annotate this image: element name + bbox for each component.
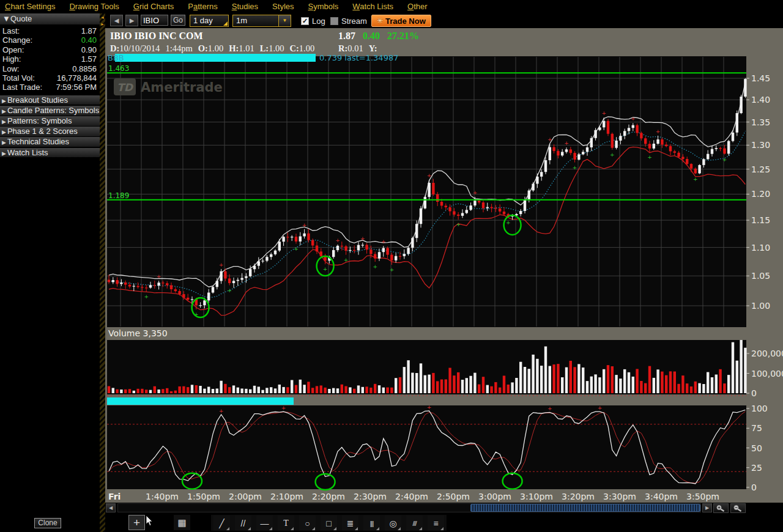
svg-text:+: + (547, 405, 552, 412)
svg-text:200,000: 200,000 (751, 349, 783, 358)
ellipse-tool-button[interactable]: ○ (299, 515, 316, 531)
chevron-down-icon[interactable]: ▼ (278, 15, 291, 26)
rectangle-tool-button[interactable]: □ (321, 515, 337, 531)
clone-button[interactable]: Clone (34, 518, 61, 528)
menu-item-chart-settings[interactable]: Chart Settings (5, 2, 55, 13)
text-tool-button[interactable]: T (278, 515, 294, 531)
log-label: Log (312, 17, 325, 26)
svg-text:2:40pm: 2:40pm (395, 492, 428, 501)
menu-item-patterns[interactable]: Patterns (188, 2, 217, 13)
svg-text:1.00: 1.00 (751, 301, 770, 311)
svg-text:+: + (227, 287, 232, 294)
vertical-lines-tool-button[interactable]: ||| (363, 515, 380, 531)
ray-fan-tool-button[interactable]: /// (406, 515, 423, 531)
forward-button[interactable]: ▶ (125, 15, 138, 26)
svg-text:+: + (157, 273, 161, 279)
drawing-tools-group: ╱//—T○□≣|||◎///≡ (211, 515, 447, 531)
svg-text:+: + (335, 237, 340, 243)
pan-grid-tool-button[interactable]: ▦ (174, 515, 190, 530)
mouse-cursor-icon (146, 515, 154, 526)
sidebar-section-candle-patterns-symbols[interactable]: ▶Candle Patterns: Symbols (0, 106, 100, 116)
scrollbar-thumb[interactable] (470, 504, 700, 512)
trade-now-button[interactable]: ✳ Trade Now (371, 15, 431, 27)
menu-item-symbols[interactable]: Symbols (308, 2, 339, 13)
menu-item-other[interactable]: Other (407, 2, 428, 13)
svg-text:+: + (564, 140, 569, 146)
menu-item-styles[interactable]: Styles (272, 2, 294, 13)
back-button[interactable]: ◀ (110, 15, 123, 26)
svg-text:+: + (294, 246, 299, 252)
fib-retracement-tool-button[interactable]: ≣ (342, 515, 358, 531)
zoom-out-button[interactable] (730, 503, 746, 513)
chart-panel: TDAmeritrade++++++++++++++++++++++++++++… (105, 28, 783, 503)
svg-text:+: + (427, 172, 432, 179)
quote-panel-header[interactable]: ▼Quote (0, 13, 100, 25)
menu-item-watch-lists[interactable]: Watch Lists (352, 2, 393, 13)
range-dropdown[interactable]: 1 day (190, 15, 229, 27)
svg-text:1.20: 1.20 (751, 189, 770, 199)
sidebar-section-technical-studies[interactable]: ▶Technical Studies (0, 137, 100, 147)
svg-text:3:00pm: 3:00pm (478, 492, 511, 501)
sidebar-section-breakout-studies[interactable]: ▶Breakout Studies (0, 95, 100, 105)
chart-title-row: IBIO IBIO INC COM 1.87 0.40 27.21% (110, 31, 203, 42)
interval-dropdown[interactable]: 1m ▼ (232, 15, 291, 27)
circle-cluster-tool-button[interactable]: ◎ (385, 515, 401, 531)
stream-checkbox[interactable] (330, 17, 338, 25)
menu-item-studies[interactable]: Studies (232, 2, 258, 13)
go-button[interactable]: Go (171, 15, 185, 26)
svg-text:1.30: 1.30 (751, 140, 770, 150)
sidebar-section-label: Candle Patterns: Symbols (7, 106, 99, 115)
sidebar-section-label: Phase 1 & 2 Scores (7, 127, 78, 136)
spark-icon: ✳ (377, 17, 383, 25)
price-levels-tool-button[interactable]: ≡ (428, 515, 444, 531)
quote-row: High:1.57 (0, 54, 100, 64)
horizontal-line-tool-button[interactable]: — (256, 515, 273, 531)
svg-text:+: + (573, 164, 577, 171)
symbol-input[interactable] (141, 15, 168, 26)
triangle-right-icon: ▶ (2, 119, 6, 125)
chart-canvas[interactable]: TDAmeritrade++++++++++++++++++++++++++++… (105, 28, 783, 503)
svg-text:+: + (344, 257, 349, 263)
splitter-arrow-icon: ► (100, 22, 105, 27)
ry-segment: R:0.01 (338, 43, 363, 53)
svg-text:3:40pm: 3:40pm (645, 492, 678, 501)
parallel-channel-tool-button[interactable]: // (235, 515, 251, 531)
study-label-highlight (107, 397, 294, 405)
svg-text:+: + (506, 220, 511, 226)
trendline-tool-button[interactable]: ╱ (213, 515, 230, 531)
svg-text:+: + (722, 157, 727, 163)
ohlc-values: D:10/10/20141:44pmO:1.00H:1.01L:1.00C:1.… (110, 43, 320, 53)
menu-item-grid-charts[interactable]: Grid Charts (133, 2, 174, 13)
svg-text:1.10: 1.10 (751, 243, 770, 253)
sidebar-section-phase-1-2-scores[interactable]: ▶Phase 1 & 2 Scores (0, 127, 100, 136)
quote-row: Open:0.90 (0, 45, 100, 54)
svg-text:+: + (144, 294, 149, 300)
svg-text:+: + (281, 405, 286, 411)
zoom-in-button[interactable] (713, 503, 729, 513)
triangle-right-icon: ▶ (2, 139, 6, 146)
sidebar-section-watch-lists[interactable]: ▶Watch Lists (0, 148, 100, 158)
menubar: Chart SettingsDrawing ToolsGrid ChartsPa… (0, 0, 783, 13)
sidebar-section-patterns-symbols[interactable]: ▶Patterns: Symbols (0, 116, 100, 126)
price-summary: 1.87 0.40 27.21% (338, 31, 419, 42)
magnifier-minus-icon (733, 504, 744, 512)
chart-toolbar: ◀ ▶ Go 1 day 1m ▼ ✓ Log Stream ✳ Trade N… (105, 13, 783, 28)
svg-text:+: + (601, 110, 606, 116)
svg-text:+: + (427, 404, 432, 410)
quote-row: Total Vol:16,778,844 (0, 73, 100, 83)
scroll-right-button[interactable]: ▶ (702, 503, 712, 512)
crosshair-tool-button[interactable]: + (128, 515, 145, 530)
svg-text:1:50pm: 1:50pm (187, 492, 220, 501)
panel-splitter[interactable]: ◄ ► (100, 13, 105, 532)
svg-text:1:40pm: 1:40pm (146, 492, 179, 501)
menu-item-drawing-tools[interactable]: Drawing Tools (69, 2, 119, 13)
sidebar-section-label: Watch Lists (7, 148, 48, 157)
scrollbar-track[interactable] (117, 503, 701, 512)
log-checkbox[interactable]: ✓ (301, 17, 309, 25)
ry-segment: Y: (369, 43, 377, 53)
log-checkbox-group: ✓ Log (301, 15, 325, 27)
scroll-left-button[interactable]: ◀ (106, 503, 116, 512)
svg-text:+: + (693, 176, 698, 182)
svg-text:1.05: 1.05 (751, 271, 770, 281)
svg-text:3:50pm: 3:50pm (686, 492, 719, 501)
